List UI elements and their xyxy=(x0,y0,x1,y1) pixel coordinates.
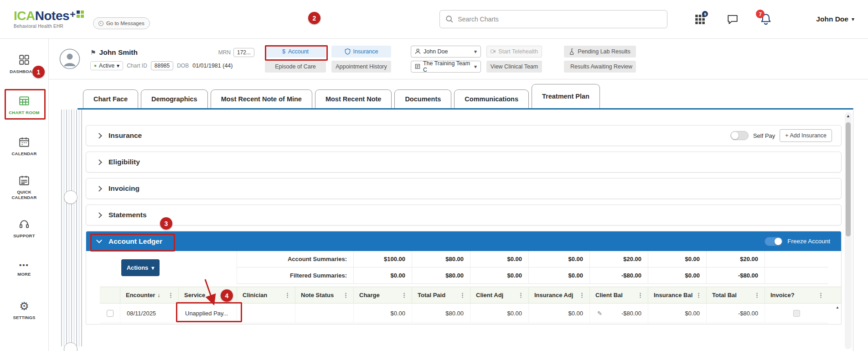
column-menu-icon[interactable]: ⋮ xyxy=(636,292,644,299)
search-charts-box xyxy=(439,10,667,28)
appointment-history-button[interactable]: Appointment History xyxy=(331,61,391,73)
provider-dropdown[interactable]: John Doe ▾ xyxy=(411,46,481,58)
tab-most-recent-note-of-mine[interactable]: Most Recent Note of Mine xyxy=(211,89,312,108)
tab-most-recent-note[interactable]: Most Recent Note xyxy=(315,89,392,108)
team-dropdown[interactable]: The Training Team C ▾ xyxy=(411,61,481,73)
filtered-summaries-label: Filtered Summaries: xyxy=(237,267,353,284)
mrn-value: 172... xyxy=(233,48,254,57)
column-header-service[interactable]: Service ⋮ xyxy=(178,287,237,303)
user-menu[interactable]: John Doe ▾ xyxy=(816,15,854,23)
column-header-client-bal[interactable]: Client Bal ⋮ xyxy=(589,287,648,303)
sidebar-item-support[interactable]: SUPPORT xyxy=(0,212,48,244)
flag-icon[interactable]: ⚑ xyxy=(90,49,96,56)
tab-documents[interactable]: Documents xyxy=(394,89,451,108)
icanotes-logo[interactable]: ICANotes+ Behavioral Health EHR xyxy=(14,10,84,29)
section-statements[interactable]: Statements xyxy=(86,204,842,225)
apps-grid-button[interactable]: 9 xyxy=(694,13,706,25)
sidebar-label: QUICK CALENDAR xyxy=(5,189,44,200)
column-menu-icon[interactable]: ⋮ xyxy=(400,292,408,299)
chart-id-value: 88985 xyxy=(151,61,173,70)
self-pay-toggle[interactable] xyxy=(730,131,749,140)
column-header-charge[interactable]: Charge ⋮ xyxy=(353,287,412,303)
column-menu-icon[interactable]: ⋮ xyxy=(284,292,291,299)
column-header-clinician[interactable]: Clinician ⋮ xyxy=(237,287,295,303)
sidebar-item-quick-calendar[interactable]: QUICK CALENDAR xyxy=(0,171,48,203)
tab-demographics[interactable]: Demographics xyxy=(141,89,208,108)
sidebar-item-settings[interactable]: ⚙ SETTINGS xyxy=(0,294,48,326)
column-header-total-paid[interactable]: Total Paid ⋮ xyxy=(412,287,470,303)
tab-treatment-plan[interactable]: Treatment Plan xyxy=(532,84,600,108)
vertical-scrollbar[interactable]: ▲ xyxy=(845,112,852,349)
section-insurance[interactable]: Insurance Self Pay + Add Insurance xyxy=(86,125,842,146)
sidebar: DASHBOARD CHART ROOM CALENDAR QUICK CALE… xyxy=(0,39,49,351)
table-scroll-up-icon[interactable]: ▲ xyxy=(836,305,839,309)
column-header-total-bal[interactable]: Total Bal ⋮ xyxy=(706,287,765,303)
summary-total-bal: -$80.00 xyxy=(706,267,765,284)
row-checkbox[interactable] xyxy=(107,310,114,317)
column-menu-icon[interactable]: ⋮ xyxy=(225,292,233,299)
cell-note-status xyxy=(295,304,353,323)
tab-communications[interactable]: Communications xyxy=(454,89,529,108)
patient-status-dropdown[interactable]: ● Active ▾ xyxy=(90,61,123,70)
summary-charge: $100.00 xyxy=(353,251,412,267)
column-menu-icon[interactable]: ⋮ xyxy=(517,292,525,299)
pending-lab-results-button[interactable]: Pending Lab Results xyxy=(564,46,636,58)
column-header-insurance-bal[interactable]: Insurance Bal ⋮ xyxy=(648,287,706,303)
sidebar-item-chart-room[interactable]: CHART ROOM xyxy=(0,89,48,121)
summary-total-bal: $20.00 xyxy=(706,251,765,267)
sidebar-item-more[interactable]: ••• MORE xyxy=(0,253,48,285)
search-input[interactable] xyxy=(458,16,661,23)
insurance-button[interactable]: Insurance xyxy=(331,46,391,58)
column-menu-icon[interactable]: ⋮ xyxy=(753,292,761,299)
add-insurance-button[interactable]: + Add Insurance xyxy=(780,129,832,142)
column-menu-icon[interactable]: ⋮ xyxy=(817,292,825,299)
column-header-encounter[interactable]: Encounter↓ ⋮ xyxy=(120,287,178,303)
go-to-messages-button[interactable]: Go to Messages xyxy=(93,17,150,29)
freeze-account-toggle[interactable] xyxy=(765,237,783,246)
edit-pencil-icon[interactable]: ✎ xyxy=(597,310,602,317)
column-menu-icon[interactable]: ⋮ xyxy=(578,292,586,299)
column-header-client-adj[interactable]: Client Adj ⋮ xyxy=(470,287,528,303)
summary-client-adj: $0.00 xyxy=(470,267,528,284)
episode-of-care-button[interactable]: Episode of Care xyxy=(265,61,326,73)
drawer-handle[interactable] xyxy=(64,190,78,204)
cell-client-bal: ✎ -$80.00 xyxy=(589,304,648,323)
cell-total-bal: -$80.00 xyxy=(706,304,765,323)
results-awaiting-review-button[interactable]: Results Awaiting Review xyxy=(564,61,636,73)
chat-button[interactable] xyxy=(727,13,739,25)
start-telehealth-button[interactable]: Start Telehealth xyxy=(486,46,542,58)
section-invoicing[interactable]: Invoicing xyxy=(86,178,842,199)
section-eligibility[interactable]: Eligibility xyxy=(86,152,842,173)
column-header-note-status[interactable]: Note Status ⋮ xyxy=(295,287,353,303)
column-menu-icon[interactable]: ⋮ xyxy=(167,292,175,299)
account-ledger-header[interactable]: Account Ledger Freeze Account xyxy=(86,231,841,251)
column-header-insurance-adj[interactable]: Insurance Adj ⋮ xyxy=(528,287,589,303)
summary-client-bal: $20.00 xyxy=(589,251,648,267)
view-clinical-team-button[interactable]: View Clinical Team xyxy=(486,61,542,73)
column-menu-icon[interactable]: ⋮ xyxy=(459,292,466,299)
chevron-right-icon xyxy=(96,159,102,165)
account-button[interactable]: $ Account xyxy=(265,46,326,58)
chevron-down-icon xyxy=(96,237,102,243)
top-bar: ICANotes+ Behavioral Health EHR Go to Me… xyxy=(0,0,868,39)
actions-button[interactable]: Actions ▾ xyxy=(121,259,160,276)
scrollbar-thumb[interactable] xyxy=(846,122,851,236)
tab-chart-face[interactable]: Chart Face xyxy=(83,89,138,108)
search-icon xyxy=(445,15,454,23)
invoice-checkbox[interactable] xyxy=(793,310,800,317)
notifications-button[interactable]: 7 xyxy=(760,13,772,26)
cell-clinician xyxy=(237,304,295,323)
cell-insurance-bal: $0.00 xyxy=(648,304,706,323)
scrollbar-up-icon[interactable]: ▲ xyxy=(845,114,852,118)
summary-insurance-bal: $0.00 xyxy=(648,251,706,267)
sidebar-item-dashboard[interactable]: DASHBOARD xyxy=(0,48,48,80)
column-header-invoice[interactable]: Invoice? ⋮ xyxy=(765,287,828,303)
summary-insurance-bal: $0.00 xyxy=(648,267,706,284)
sidebar-item-calendar[interactable]: CALENDAR xyxy=(0,130,48,162)
column-menu-icon[interactable]: ⋮ xyxy=(342,292,350,299)
chart-room-icon xyxy=(18,95,30,107)
column-menu-icon[interactable]: ⋮ xyxy=(695,292,703,299)
ledger-table-header: Encounter↓ ⋮ Service ⋮ Clinician ⋮ xyxy=(100,287,841,304)
user-name: John Doe xyxy=(816,15,848,23)
sidebar-label: SUPPORT xyxy=(5,233,44,238)
